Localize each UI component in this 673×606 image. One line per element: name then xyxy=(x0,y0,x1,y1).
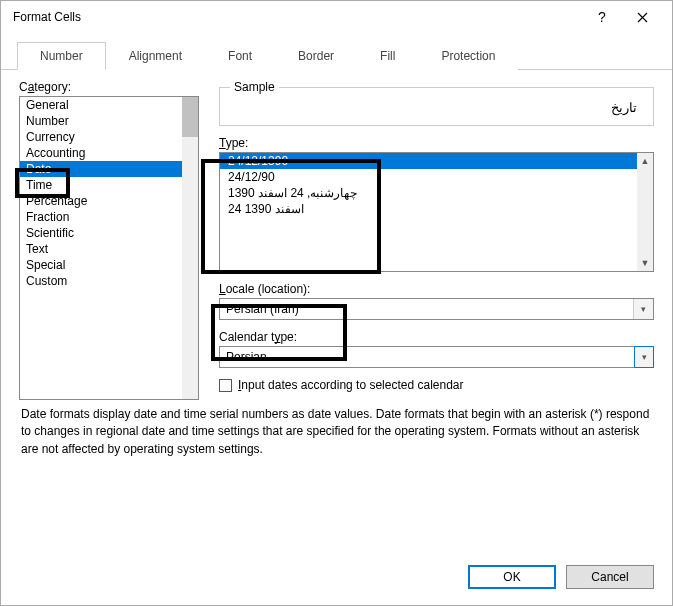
window-title: Format Cells xyxy=(13,10,582,24)
tab-number[interactable]: Number xyxy=(17,42,106,70)
input-dates-checkbox[interactable] xyxy=(219,379,232,392)
tab-alignment[interactable]: Alignment xyxy=(106,42,205,70)
type-list[interactable]: 24/12/1390 24/12/90 چهارشنبه, 24 اسفند 1… xyxy=(219,152,654,272)
type-item-1[interactable]: 24/12/90 xyxy=(220,169,653,185)
tab-protection[interactable]: Protection xyxy=(418,42,518,70)
cat-text[interactable]: Text xyxy=(20,241,198,257)
locale-label: Locale (location): xyxy=(219,282,654,296)
locale-value: Persian (Iran) xyxy=(226,302,299,316)
calendar-label: Calendar type: xyxy=(219,330,654,344)
cat-scientific[interactable]: Scientific xyxy=(20,225,198,241)
scroll-down-icon[interactable]: ▼ xyxy=(637,255,653,271)
description-text: Date formats display date and time seria… xyxy=(19,400,654,458)
cat-currency[interactable]: Currency xyxy=(20,129,198,145)
type-scrollbar-track[interactable]: ▲ ▼ xyxy=(637,153,653,271)
category-label: Category: xyxy=(19,80,199,94)
cancel-button[interactable]: Cancel xyxy=(566,565,654,589)
input-dates-row[interactable]: Input dates according to selected calend… xyxy=(219,378,654,392)
tab-font[interactable]: Font xyxy=(205,42,275,70)
locale-combo[interactable]: Persian (Iran) ▾ xyxy=(219,298,654,320)
ok-button[interactable]: OK xyxy=(468,565,556,589)
cat-time[interactable]: Time xyxy=(20,177,198,193)
cat-custom[interactable]: Custom xyxy=(20,273,198,289)
cat-date[interactable]: Date xyxy=(20,161,198,177)
sample-legend: Sample xyxy=(230,80,279,94)
tab-border[interactable]: Border xyxy=(275,42,357,70)
help-button[interactable]: ? xyxy=(582,1,622,33)
cat-general[interactable]: General xyxy=(20,97,198,113)
sample-group: Sample تاريخ xyxy=(219,80,654,126)
cat-number[interactable]: Number xyxy=(20,113,198,129)
chevron-down-icon[interactable]: ▾ xyxy=(634,346,654,368)
cat-special[interactable]: Special xyxy=(20,257,198,273)
input-dates-label: Input dates according to selected calend… xyxy=(238,378,464,392)
type-item-2[interactable]: چهارشنبه, 24 اسفند 1390 xyxy=(220,185,653,201)
dialog-buttons: OK Cancel xyxy=(1,553,672,605)
tab-strip: Number Alignment Font Border Fill Protec… xyxy=(1,33,672,70)
close-icon xyxy=(637,12,648,23)
tab-fill[interactable]: Fill xyxy=(357,42,418,70)
cat-accounting[interactable]: Accounting xyxy=(20,145,198,161)
chevron-down-icon[interactable]: ▾ xyxy=(633,299,653,319)
format-cells-dialog: Format Cells ? Number Alignment Font Bor… xyxy=(0,0,673,606)
category-scrollbar-track[interactable] xyxy=(182,97,198,399)
calendar-combo[interactable]: Persian ▾ xyxy=(219,346,654,368)
calendar-value: Persian xyxy=(226,350,267,364)
type-item-3[interactable]: 24 اسفند 1390 xyxy=(220,201,653,217)
type-label: Type: xyxy=(219,136,654,150)
category-list[interactable]: General Number Currency Accounting Date … xyxy=(19,96,199,400)
close-button[interactable] xyxy=(622,1,662,33)
category-scrollbar-thumb[interactable] xyxy=(182,97,198,137)
cat-fraction[interactable]: Fraction xyxy=(20,209,198,225)
scroll-up-icon[interactable]: ▲ xyxy=(637,153,653,169)
cat-percentage[interactable]: Percentage xyxy=(20,193,198,209)
type-item-0[interactable]: 24/12/1390 xyxy=(220,153,653,169)
titlebar: Format Cells ? xyxy=(1,1,672,33)
sample-value: تاريخ xyxy=(230,100,643,115)
